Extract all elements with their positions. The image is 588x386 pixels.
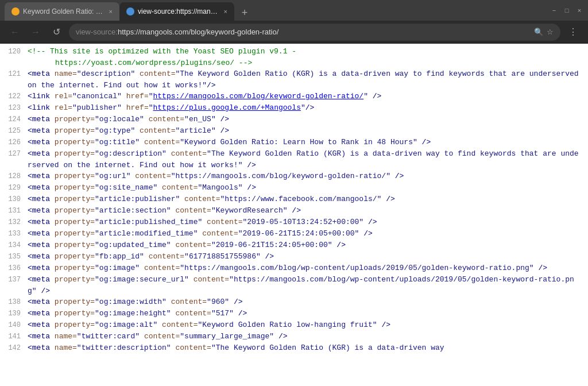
source-line: 137<meta property="og:image:secure_url" … [0,274,588,296]
forward-button[interactable]: → [28,24,44,40]
source-line: 130<meta property="article:publisher" co… [0,194,588,205]
line-content: <meta name="twitter:description" content… [28,342,588,354]
close-window-button[interactable]: × [575,6,583,14]
line-number: 133 [0,228,28,239]
back-button[interactable]: ← [7,24,23,40]
line-content: <meta property="article:publisher" conte… [28,194,588,205]
source-line: 139<meta property="og:image:height" cont… [0,308,588,319]
url-icons: 🔍 ☆ [534,28,554,36]
reload-button[interactable]: ↺ [48,24,64,40]
line-content: <meta property="og:image:width" content=… [28,296,588,308]
line-number: 124 [0,114,28,125]
line-number: 138 [0,296,28,307]
line-content: <link rel="canonical" href="https://mang… [28,91,588,102]
source-line: 138<meta property="og:image:width" conte… [0,296,588,308]
line-number: 127 [0,148,28,159]
line-number: 136 [0,263,28,273]
source-line: 121<meta name="description" content="The… [0,68,588,91]
line-number: 142 [0,342,28,353]
line-number: 125 [0,125,28,136]
line-number: 121 [0,68,28,79]
line-number: 135 [0,251,28,262]
search-icon[interactable]: 🔍 [534,28,543,36]
line-content: <meta property="og:updated_time" content… [28,240,588,251]
line-content: <meta property="article:section" content… [28,205,588,217]
line-content: <meta property="fb:app_id" content="6177… [28,251,588,263]
tab-favicon-1 [11,7,20,16]
line-content: <meta property="og:image" content="https… [28,263,588,274]
tab-view-source[interactable]: view-source:https://mangools.co… × [119,2,234,21]
line-content: <!-- This site is optimized with the Yoa… [28,46,588,68]
source-line: 122<link rel="canonical" href="https://m… [0,91,588,102]
source-view[interactable]: 120<!-- This site is optimized with the … [0,44,588,386]
tab-favicon-2 [126,7,134,16]
line-content: <meta property="og:locale" content="en_U… [28,114,588,125]
line-content: <meta property="og:image:height" content… [28,308,588,319]
line-content: <meta name="twitter:card" content="summa… [28,331,588,342]
line-content: <meta property="og:description" content=… [28,148,588,171]
title-bar: Keyword Golden Ratio: Learn Ho… × view-s… [0,0,588,21]
line-content: <meta name="description" content="The Ke… [28,68,588,91]
line-number: 122 [0,91,28,102]
source-line: 125<meta property="og:type" content="art… [0,125,588,137]
line-content: <meta property="og:type" content="articl… [28,125,588,137]
source-line: 128<meta property="og:url" content="http… [0,171,588,182]
content-area: 120<!-- This site is optimized with the … [0,44,588,386]
minimize-button[interactable]: − [550,6,558,14]
line-content: <meta property="og:image:alt" content="K… [28,319,588,331]
tab-close-1[interactable]: × [109,8,113,15]
url-host: https://mangools.com/blog/keyword-golden… [118,28,278,36]
source-line: 141<meta name="twitter:card" content="su… [0,331,588,342]
tab-keyword-golden-ratio[interactable]: Keyword Golden Ratio: Learn Ho… × [5,2,119,21]
line-content: <meta property="article:published_time" … [28,217,588,228]
source-line: 129<meta property="og:site_name" content… [0,182,588,194]
source-line: 132<meta property="article:published_tim… [0,217,588,228]
line-content: <meta property="og:image:secure_url" con… [28,274,588,296]
source-line: 140<meta property="og:image:alt" content… [0,319,588,331]
line-number: 132 [0,217,28,227]
source-line: 124<meta property="og:locale" content="e… [0,114,588,125]
line-number: 129 [0,182,28,193]
tab-label-2: view-source:https://mangools.co… [138,7,218,16]
tab-group: Keyword Golden Ratio: Learn Ho… × view-s… [5,0,253,21]
more-options-icon[interactable]: ⋮ [565,24,581,40]
source-line: 136<meta property="og:image" content="ht… [0,263,588,274]
source-line: 131<meta property="article:section" cont… [0,205,588,217]
line-number: 140 [0,319,28,330]
source-line: 120<!-- This site is optimized with the … [0,46,588,68]
line-number: 128 [0,171,28,182]
line-content: <meta property="article:modified_time" c… [28,228,588,240]
url-bar[interactable]: view-source:https://mangools.com/blog/ke… [69,24,560,41]
window-controls: − □ × [550,6,583,14]
tab-close-2[interactable]: × [224,8,227,15]
line-number: 123 [0,102,28,113]
source-line: 123<link rel="publisher" href="https://p… [0,102,588,114]
line-content: <link rel="publisher" href="https://plus… [28,102,588,114]
bookmark-icon[interactable]: ☆ [547,28,554,36]
source-line: 126<meta property="og:title" content="Ke… [0,137,588,148]
url-scheme: view-source: [76,28,118,36]
line-content: <meta property="og:site_name" content="M… [28,182,588,194]
source-line: 142<meta name="twitter:description" cont… [0,342,588,354]
new-tab-button[interactable]: + [237,5,253,21]
line-number: 126 [0,137,28,148]
tab-label-1: Keyword Golden Ratio: Learn Ho… [23,7,103,16]
line-content: <meta property="og:url" content="https:/… [28,171,588,182]
line-content: <meta property="og:title" content="Keywo… [28,137,588,148]
source-line: 133<meta property="article:modified_time… [0,228,588,240]
toolbar-icons: ⋮ [565,24,581,40]
address-bar: ← → ↺ view-source:https://mangools.com/b… [0,21,588,44]
line-number: 141 [0,331,28,342]
line-number: 131 [0,205,28,216]
source-line: 135<meta property="fb:app_id" content="6… [0,251,588,263]
source-line: 127<meta property="og:description" conte… [0,148,588,171]
line-number: 130 [0,194,28,204]
line-number: 120 [0,46,28,57]
source-line: 134<meta property="og:updated_time" cont… [0,240,588,251]
line-number: 134 [0,240,28,250]
maximize-button[interactable]: □ [563,6,571,14]
line-number: 139 [0,308,28,319]
url-text: view-source:https://mangools.com/blog/ke… [76,28,531,36]
line-number: 137 [0,274,28,285]
